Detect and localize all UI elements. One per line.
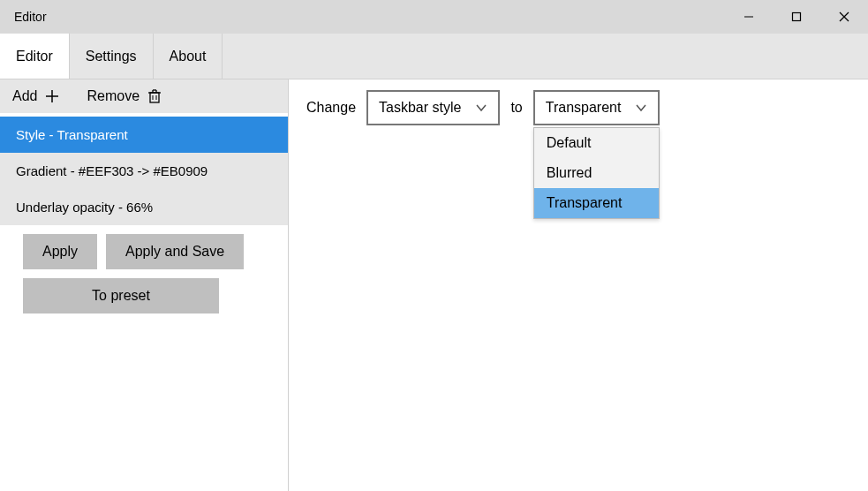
rule-list: Style - Transparent Gradient - #EEF303 -… <box>0 117 288 225</box>
titlebar: Editor <box>0 0 868 34</box>
dropdown-item[interactable]: Blurred <box>534 158 660 188</box>
dropdown-item[interactable]: Transparent <box>534 188 660 218</box>
tabbar: Editor Settings About <box>0 34 868 79</box>
list-item[interactable]: Gradient - #EEF303 -> #EB0909 <box>0 153 288 189</box>
add-label: Add <box>12 88 37 104</box>
value-dropdown: Default Blurred Transparent <box>533 127 660 219</box>
list-item[interactable]: Style - Transparent <box>0 117 288 153</box>
to-label: to <box>510 100 522 116</box>
add-button[interactable]: Add <box>12 88 60 104</box>
dropdown-item[interactable]: Default <box>534 128 660 158</box>
body: Add Remove Style - Transparent Gradient … <box>0 79 868 491</box>
value-select-value: Transparent <box>546 100 622 116</box>
apply-button[interactable]: Apply <box>23 234 97 269</box>
to-preset-button[interactable]: To preset <box>23 278 219 313</box>
tab-about[interactable]: About <box>154 34 223 79</box>
change-row: Change Taskbar style to Transparent Defa… <box>306 90 850 125</box>
apply-and-save-button[interactable]: Apply and Save <box>106 234 244 269</box>
property-select-value: Taskbar style <box>379 100 461 116</box>
maximize-button[interactable] <box>773 0 820 34</box>
tab-editor[interactable]: Editor <box>0 34 70 79</box>
maximize-icon <box>791 11 802 22</box>
right-panel: Change Taskbar style to Transparent Defa… <box>289 79 868 491</box>
svg-rect-6 <box>150 93 159 102</box>
window-title: Editor <box>14 10 47 24</box>
window-controls <box>725 0 868 34</box>
remove-button[interactable]: Remove <box>87 88 162 104</box>
minimize-button[interactable] <box>725 0 773 34</box>
change-label: Change <box>306 100 356 116</box>
remove-label: Remove <box>87 88 140 104</box>
close-icon <box>839 11 849 22</box>
plus-icon <box>44 88 60 104</box>
left-panel: Add Remove Style - Transparent Gradient … <box>0 79 289 491</box>
action-buttons: Apply Apply and Save To preset <box>0 225 288 322</box>
close-button[interactable] <box>820 0 868 34</box>
list-item[interactable]: Underlay opacity - 66% <box>0 189 288 225</box>
chevron-down-icon <box>635 102 647 114</box>
minimize-icon <box>743 11 754 22</box>
trash-icon <box>147 88 162 104</box>
chevron-down-icon <box>475 102 487 114</box>
svg-rect-1 <box>793 13 801 21</box>
tab-settings[interactable]: Settings <box>70 34 154 79</box>
property-select[interactable]: Taskbar style <box>366 90 500 125</box>
left-toolbar: Add Remove <box>0 79 288 117</box>
value-select[interactable]: Transparent Default Blurred Transparent <box>533 90 660 125</box>
